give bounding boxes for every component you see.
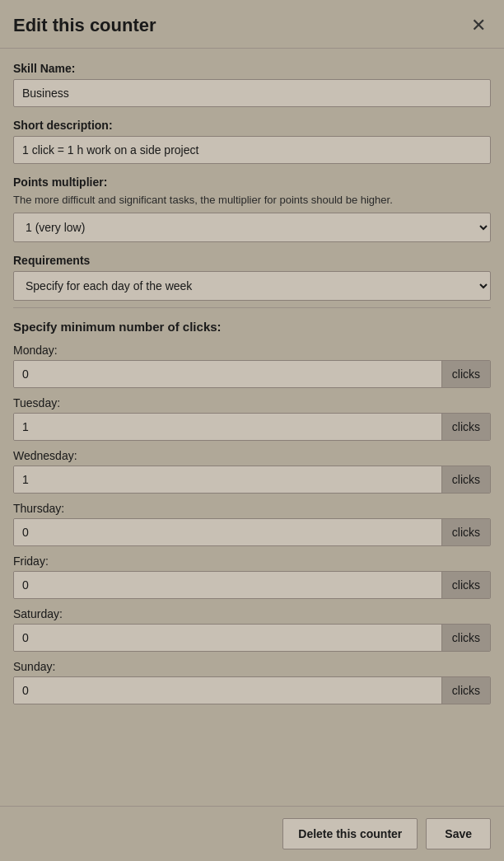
dialog-body: Skill Name: Short description: Points mu… [0,49,504,798]
thursday-label: Thursday: [13,502,491,515]
dialog-footer: Delete this counter Save [0,806,504,861]
skill-name-group: Skill Name: [13,62,491,107]
wednesday-input-wrapper: clicks [13,466,491,494]
friday-input-wrapper: clicks [13,571,491,599]
friday-clicks-badge: clicks [441,572,490,598]
sunday-input[interactable] [14,677,441,704]
requirements-label: Requirements [13,254,491,267]
short-desc-input[interactable] [13,136,491,164]
thursday-input[interactable] [14,519,441,545]
saturday-input-wrapper: clicks [13,624,491,652]
monday-clicks-badge: clicks [441,361,490,387]
wednesday-row: Wednesday: clicks [13,449,491,494]
wednesday-label: Wednesday: [13,449,491,462]
points-multiplier-description: The more difficult and significant tasks… [13,193,491,208]
requirements-select[interactable]: Specify for each day of the week Same fo… [13,271,491,301]
monday-input-wrapper: clicks [13,360,491,388]
tuesday-input[interactable] [14,414,441,440]
edit-counter-dialog: Edit this counter ✕ Skill Name: Short de… [0,0,504,861]
saturday-clicks-badge: clicks [441,625,490,651]
thursday-input-wrapper: clicks [13,518,491,546]
monday-row: Monday: clicks [13,344,491,388]
delete-button[interactable]: Delete this counter [282,818,418,849]
wednesday-clicks-badge: clicks [441,466,490,493]
skill-name-label: Skill Name: [13,62,491,75]
saturday-row: Saturday: clicks [13,607,491,652]
wednesday-input[interactable] [14,466,441,493]
thursday-row: Thursday: clicks [13,502,491,546]
sunday-clicks-badge: clicks [441,677,490,704]
saturday-label: Saturday: [13,607,491,620]
divider [13,307,491,308]
points-multiplier-label: Points multiplier: [13,175,491,189]
dialog-header: Edit this counter ✕ [0,0,504,49]
points-multiplier-group: Points multiplier: The more difficult an… [13,175,491,242]
tuesday-clicks-badge: clicks [441,414,490,440]
friday-input[interactable] [14,572,441,598]
save-button[interactable]: Save [426,818,491,849]
tuesday-input-wrapper: clicks [13,413,491,441]
thursday-clicks-badge: clicks [441,519,490,545]
points-multiplier-select[interactable]: 1 (very low) 2 (low) 3 (medium) 4 (high)… [13,213,491,242]
monday-input[interactable] [14,361,441,387]
sunday-row: Sunday: clicks [13,660,491,704]
sunday-input-wrapper: clicks [13,676,491,704]
friday-row: Friday: clicks [13,555,491,599]
clicks-section: Specify minimum number of clicks: Monday… [13,320,491,704]
skill-name-input[interactable] [13,79,491,107]
tuesday-label: Tuesday: [13,396,491,409]
close-button[interactable]: ✕ [466,15,491,36]
short-desc-group: Short description: [13,119,491,164]
sunday-label: Sunday: [13,660,491,673]
friday-label: Friday: [13,555,491,568]
tuesday-row: Tuesday: clicks [13,396,491,441]
requirements-group: Requirements Specify for each day of the… [13,254,491,301]
monday-label: Monday: [13,344,491,357]
saturday-input[interactable] [14,625,441,651]
dialog-title: Edit this counter [13,15,156,36]
clicks-section-title: Specify minimum number of clicks: [13,320,491,334]
short-desc-label: Short description: [13,119,491,132]
